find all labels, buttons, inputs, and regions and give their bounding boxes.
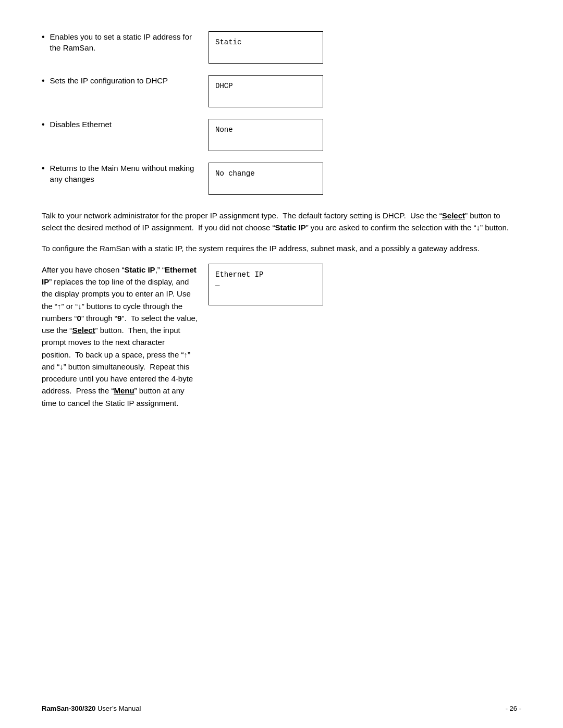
lower-left-col: After you have chosen “Static IP,” “Ethe… (42, 264, 209, 409)
footer-page-number: - 26 - (506, 705, 521, 712)
lcd-ethernet-line1: Ethernet IP (215, 269, 316, 280)
lcd-box-ethernet: Ethernet IP — (209, 264, 323, 305)
row-none: • Disables Ethernet None (42, 119, 521, 151)
row-static: • Enables you to set a static IP address… (42, 31, 521, 64)
bullet-text-dhcp: Sets the IP configuration to DHCP (50, 75, 168, 86)
bullet-dot: • (42, 32, 45, 42)
lcd-line1-none: None (215, 125, 316, 135)
row-nochange: • Returns to the Main Menu without makin… (42, 163, 521, 195)
right-col-static: Static (209, 31, 521, 64)
lcd-box-dhcp: DHCP (209, 75, 323, 107)
left-col-static: • Enables you to set a static IP address… (42, 31, 209, 53)
bullet-item-static: • Enables you to set a static IP address… (42, 31, 198, 53)
lower-description: After you have chosen “Static IP,” “Ethe… (42, 264, 198, 409)
lcd-box-none: None (209, 119, 323, 151)
right-col-nochange: No change (209, 163, 521, 195)
lower-right-col: Ethernet IP — (209, 264, 521, 305)
page-footer: RamSan-300/320 User’s Manual - 26 - (42, 705, 521, 712)
footer-title: RamSan-300/320 User’s Manual (42, 705, 141, 712)
lcd-box-static: Static (209, 31, 323, 64)
bullet-item-nochange: • Returns to the Main Menu without makin… (42, 163, 198, 184)
paragraph-2: To configure the RamSan with a static IP… (42, 242, 521, 254)
lcd-ethernet-line2: — (215, 280, 316, 291)
bullet-item-none: • Disables Ethernet (42, 119, 198, 130)
page-content: • Enables you to set a static IP address… (0, 0, 563, 451)
lcd-box-nochange: No change (209, 163, 323, 195)
bullet-item-dhcp: • Sets the IP configuration to DHCP (42, 75, 198, 86)
bullet-text-static: Enables you to set a static IP address f… (50, 31, 198, 53)
right-col-none: None (209, 119, 521, 151)
footer-title-bold: RamSan-300/320 (42, 705, 95, 712)
paragraph-1: Talk to your network administrator for t… (42, 209, 521, 234)
left-col-nochange: • Returns to the Main Menu without makin… (42, 163, 209, 184)
paragraph-section: Talk to your network administrator for t… (42, 209, 521, 254)
bullet-dot-nochange: • (42, 164, 45, 173)
lcd-line1-dhcp: DHCP (215, 81, 316, 92)
bullet-text-nochange: Returns to the Main Menu without making … (50, 163, 198, 184)
row-dhcp: • Sets the IP configuration to DHCP DHCP (42, 75, 521, 107)
right-col-dhcp: DHCP (209, 75, 521, 107)
left-col-dhcp: • Sets the IP configuration to DHCP (42, 75, 209, 86)
lower-section: After you have chosen “Static IP,” “Ethe… (42, 264, 521, 409)
bullet-text-none: Disables Ethernet (50, 119, 112, 130)
lcd-line1-nochange: No change (215, 168, 316, 179)
lcd-line1-static: Static (215, 37, 316, 48)
bullet-dot-none: • (42, 120, 45, 129)
bullet-dot-dhcp: • (42, 76, 45, 85)
left-col-none: • Disables Ethernet (42, 119, 209, 130)
